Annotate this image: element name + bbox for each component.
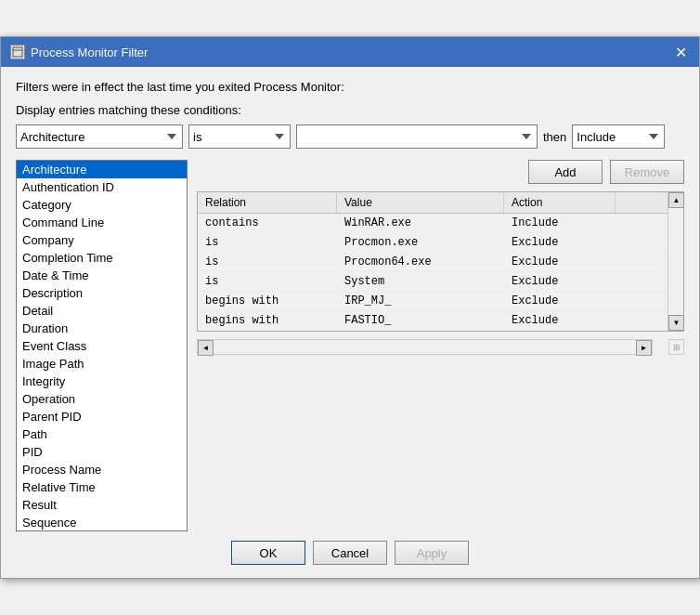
right-section: Add Remove Relation Value Action contain…	[197, 160, 684, 531]
cell-action: Exclude	[504, 233, 616, 252]
column-select[interactable]: Architecture Authentication ID Category …	[16, 124, 183, 149]
cell-value: FASTIO_	[337, 311, 504, 330]
cell-value: Procmon64.exe	[337, 253, 504, 271]
cell-action: Exclude	[504, 311, 616, 330]
value-select[interactable]	[296, 124, 538, 149]
dropdown-item-completion-time[interactable]: Completion Time	[17, 249, 187, 267]
dropdown-item-authentication-id[interactable]: Authentication ID	[17, 178, 187, 196]
cell-relation: begins with	[198, 311, 337, 330]
table-row[interactable]: is Procmon.exe Exclude	[198, 233, 668, 253]
cell-relation: is	[198, 253, 337, 271]
table-body: contains WinRAR.exe Include is Procmon.e…	[198, 214, 668, 331]
filter-table: Relation Value Action contains WinRAR.ex…	[197, 191, 684, 332]
dropdown-item-result[interactable]: Result	[17, 496, 187, 514]
cell-value: IRP_MJ_	[337, 292, 504, 310]
title-bar: Process Monitor Filter ✕	[1, 37, 699, 67]
col-header-action: Action	[504, 192, 616, 213]
display-text: Display entries matching these condition…	[16, 103, 684, 117]
table-row[interactable]: begins with IRP_MJ_ Exclude	[198, 292, 668, 311]
apply-button[interactable]: Apply	[395, 541, 469, 565]
dropdown-item-event-class[interactable]: Event Class	[17, 337, 187, 355]
dropdown-item-detail[interactable]: Detail	[17, 302, 187, 320]
process-monitor-filter-dialog: Process Monitor Filter ✕ Filters were in…	[0, 36, 700, 579]
column-dropdown-list: Architecture Authentication ID Category …	[16, 160, 188, 531]
cell-action: Exclude	[504, 292, 616, 310]
then-label: then	[543, 130, 566, 144]
dropdown-item-image-path[interactable]: Image Path	[17, 355, 187, 373]
ok-cancel-row: OK Cancel Apply	[16, 541, 684, 565]
table-row[interactable]: is Procmon64.exe Exclude	[198, 253, 668, 272]
scroll-track	[668, 208, 683, 315]
cell-action: Include	[504, 214, 616, 232]
dropdown-item-sequence[interactable]: Sequence	[17, 514, 187, 531]
action-select[interactable]: Include Exclude	[572, 124, 665, 149]
remove-button[interactable]: Remove	[610, 160, 684, 184]
dropdown-item-command-line[interactable]: Command Line	[17, 214, 187, 231]
close-button[interactable]: ✕	[671, 43, 690, 61]
cell-value: System	[337, 272, 504, 291]
bottom-scroll-area: ◄ ► ⊞	[197, 339, 684, 355]
dropdown-item-integrity[interactable]: Integrity	[17, 373, 187, 390]
relation-select[interactable]: is is not contains begins with ends with…	[188, 124, 291, 149]
dropdown-item-description[interactable]: Description	[17, 284, 187, 302]
svg-rect-0	[13, 47, 22, 57]
table-header: Relation Value Action	[198, 192, 668, 214]
dialog-title: Process Monitor Filter	[31, 46, 148, 59]
cell-action: Exclude	[504, 272, 616, 291]
add-button[interactable]: Add	[528, 160, 603, 184]
scroll-up-button[interactable]: ▲	[668, 192, 684, 208]
resize-grip[interactable]: ⊞	[668, 339, 684, 355]
scroll-right-button[interactable]: ►	[636, 340, 652, 356]
description-text: Filters were in effect the last time you…	[16, 80, 684, 94]
cell-relation: contains	[198, 214, 337, 232]
filter-row: Architecture Authentication ID Category …	[16, 124, 684, 149]
table-row[interactable]: is System Exclude	[198, 272, 668, 292]
cell-value: Procmon.exe	[337, 233, 504, 252]
dropdown-item-pid[interactable]: PID	[17, 443, 187, 461]
scroll-left-button[interactable]: ◄	[198, 340, 214, 356]
col-header-relation: Relation	[198, 192, 337, 213]
col-header-value: Value	[337, 192, 504, 213]
dropdown-item-path[interactable]: Path	[17, 425, 187, 443]
table-row[interactable]: begins with FASTIO_ Exclude	[198, 311, 668, 331]
app-icon	[10, 45, 25, 59]
cell-action: Exclude	[504, 253, 616, 271]
cell-relation: is	[198, 233, 337, 252]
dialog-content: Filters were in effect the last time you…	[1, 67, 699, 578]
dropdown-item-date-time[interactable]: Date & Time	[17, 267, 187, 284]
dropdown-item-duration[interactable]: Duration	[17, 320, 187, 337]
dropdown-item-architecture[interactable]: Architecture	[17, 161, 187, 178]
cell-value: WinRAR.exe	[337, 214, 504, 232]
horizontal-scrollbar[interactable]: ◄ ►	[197, 339, 653, 355]
dropdown-item-parent-pid[interactable]: Parent PID	[17, 408, 187, 425]
dropdown-item-operation[interactable]: Operation	[17, 390, 187, 408]
dropdown-item-company[interactable]: Company	[17, 231, 187, 249]
vertical-scrollbar[interactable]: ▲ ▼	[668, 192, 683, 331]
main-area: Architecture Authentication ID Category …	[16, 160, 684, 531]
cancel-button[interactable]: Cancel	[313, 541, 387, 565]
cell-relation: is	[198, 272, 337, 291]
dropdown-item-process-name[interactable]: Process Name	[17, 461, 187, 478]
ok-button[interactable]: OK	[231, 541, 305, 565]
column-dropdown-area: Architecture Authentication ID Category …	[16, 160, 188, 531]
table-row[interactable]: contains WinRAR.exe Include	[198, 214, 668, 233]
h-scroll-track	[214, 340, 636, 354]
cell-relation: begins with	[198, 292, 337, 310]
dropdown-item-category[interactable]: Category	[17, 196, 187, 214]
scroll-down-button[interactable]: ▼	[668, 315, 684, 331]
dropdown-item-relative-time[interactable]: Relative Time	[17, 478, 187, 496]
add-remove-row: Add Remove	[197, 160, 684, 184]
